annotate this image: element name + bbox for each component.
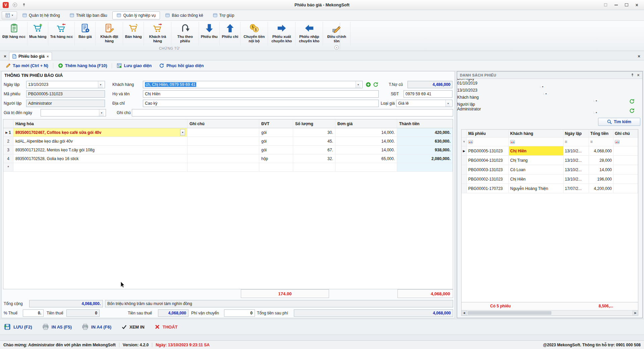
pin-panel-button[interactable] [631,73,634,77]
maximize-button[interactable] [622,2,631,8]
ghi-chu-cell[interactable] [613,165,638,174]
ribbon-button-phieu-chi[interactable]: Phiếu chi [220,22,240,46]
refresh-customer-filter-button[interactable] [629,98,635,104]
minimize-button[interactable] [611,2,621,8]
unit-cell[interactable]: gói [259,137,293,145]
ribbon-button-thu-theo-phieu[interactable]: Thu theo phiếu [171,22,199,46]
chevron-down-icon[interactable]: ▼ [99,109,104,116]
ribbon-button-dieu-chinh-ton[interactable]: Điều chỉnh tồn [323,22,351,46]
product-cell[interactable]: kdAL, Alpenlibe kẹo dâu gói 40v [13,137,187,145]
close-window-button[interactable]: × [632,2,641,8]
chevron-down-icon[interactable]: ▼ [180,129,185,136]
luu-button[interactable]: LƯU (F2) [4,323,32,330]
unit-price-cell[interactable]: 14,000. [335,146,397,154]
column-header-so-luong[interactable]: Số lượng [293,119,335,128]
ma-phieu-cell[interactable]: PBG00005-131023 [467,146,509,155]
quantity-cell[interactable]: 32. [293,154,335,163]
ma-phieu-cell[interactable]: PBG00003-131023 [467,165,509,174]
item-row[interactable]: 3 8935001712022, Mentos kẹo T.cây gói 10… [3,146,453,154]
tong-tien-cell[interactable]: 4,200,000 [589,184,613,193]
column-header-thanh-tien[interactable]: Thành tiền [397,119,453,128]
khach-hang-cell[interactable]: Cô Loan [509,165,564,174]
xem-in-button[interactable]: XEM IN [121,324,145,330]
unit-price-cell[interactable]: 14,000. [335,128,397,137]
ma-phieu-cell[interactable]: PBG00001-170723 [467,184,509,193]
scroll-left-button[interactable]: ◀ [462,310,467,315]
quantity-cell[interactable]: 45. [293,137,335,145]
menu-launcher-button[interactable]: ▼ [2,11,17,19]
unit-cell[interactable]: gói [259,128,293,137]
column-header-ma-phieu[interactable]: Mã phiếu [467,130,509,137]
luu-giao-dien-button[interactable]: Lưu giao diện [114,62,155,69]
doc-tab-phieu-bao-gia[interactable]: Phiếu báo giá × [9,52,52,60]
column-header-khach-hang[interactable]: Khách hàng [509,130,564,137]
close-tab-icon[interactable]: × [47,54,49,58]
ribbon-button-dat-hang-ncc[interactable]: Đặt hàng ncc [1,22,28,46]
unit-cell[interactable]: hộp [259,154,293,163]
in-a4-button[interactable]: IN A4 (F6) [82,323,111,330]
menu-tab-quan-ly-nghiep-vu[interactable]: Quản lý nghiệp vụ [112,11,160,19]
ribbon-button-phieu-xuat-chuyen-kho[interactable]: Phiếu xuất chuyển kho [268,22,296,46]
khach-hang-cell[interactable]: Chị Hiền [509,146,564,155]
ghi-chu-cell[interactable] [613,156,638,165]
ribbon-button-chuyen-tien-noi-bo[interactable]: $$ Chuyển tiền nội bộ [240,22,268,46]
menu-tab-tro-giup[interactable]: Trợ giúp [209,11,239,19]
filter-cell-khach-hang[interactable]: ab [509,138,564,146]
phuc-hoi-giao-dien-button[interactable]: Phục hồi giao diện [156,62,207,69]
chevron-down-icon[interactable]: ▼ [98,81,103,88]
menu-tab-quan-tri-he-thong[interactable]: Quản trị hệ thống [18,11,64,19]
amount-cell[interactable]: 2,080,000. [397,154,453,163]
scrollbar-thumb[interactable] [468,311,551,315]
scroll-right-button[interactable]: ▶ [633,310,638,315]
ngay-lap-cell[interactable]: 13/10/2... [564,156,589,165]
quote-row[interactable]: ▶ PBG00005-131023 Chị Hiền 13/10/2... 4,… [462,146,638,156]
ma-phieu-cell[interactable]: PBG00002-131023 [467,174,509,184]
den-ngay-field[interactable]: 13/10/2023 ▼ [457,88,548,95]
ribbon-button-bao-gia[interactable]: Báo giá [75,22,96,46]
thoat-button[interactable]: THOÁT [155,324,178,330]
rp-khach-hang-field[interactable]: ▼ [457,100,599,102]
close-panel-button[interactable]: × [637,73,640,77]
phi-van-chuyen-field[interactable]: 0 [224,309,255,317]
ribbon-collapse-button[interactable]: ∧ [334,45,339,50]
ribbon-button-phieu-nhap-chuyen-kho[interactable]: Phiếu nhập chuyển kho [296,22,323,46]
tong-tien-cell[interactable]: 4,068,000 [589,146,613,155]
amount-cell[interactable]: 938,000. [397,146,453,154]
amount-cell[interactable]: 420,000. [397,128,453,137]
product-cell[interactable] [13,163,187,171]
khach-hang-cell[interactable]: Chị Hiền [509,174,564,184]
unit-cell[interactable]: gói [259,146,293,154]
quote-row[interactable]: PBG00003-131023 Cô Loan 13/10/2... 14,00… [462,165,638,174]
quote-row[interactable]: PBG00004-131023 Chị Trang 13/10/2... 28,… [462,156,638,165]
close-all-tabs-button[interactable]: × [1,52,9,60]
unit-price-cell[interactable] [335,163,397,171]
amount-cell[interactable]: 630,000. [397,137,453,145]
tong-tien-cell[interactable]: 14,000 [589,165,613,174]
new-item-row[interactable]: * [3,163,453,172]
note-cell[interactable] [187,163,259,171]
tao-moi-button[interactable]: Tạo mới (Ctrl + N) [3,62,51,69]
refresh-customer-button[interactable] [373,82,379,88]
unit-price-cell[interactable]: 14,000. [335,137,397,145]
tong-tien-cell[interactable]: 28,000 [589,156,613,165]
note-cell[interactable] [187,128,259,137]
them-hang-hoa-button[interactable]: Thêm hàng hóa (F10) [55,62,110,69]
add-customer-button[interactable] [365,82,371,88]
quote-row[interactable]: PBG00002-131023 Chị Hiền 13/10/2... 196,… [462,174,638,184]
column-header-dvt[interactable]: ĐVT [259,119,293,128]
ma-phieu-cell[interactable]: PBG00004-131023 [467,156,509,165]
khach-hang-field[interactable]: ch, Chị Hiền, 0979 59 69 41 ▼ [143,81,363,88]
unit-cell[interactable] [259,163,293,171]
in-a5-button[interactable]: IN A5 (F5) [42,323,72,330]
amount-cell[interactable] [397,163,453,171]
ngay-lap-cell[interactable]: 13/10/2... [564,146,589,155]
tong-tien-cell[interactable]: 196,000 [589,174,613,184]
chevron-down-icon[interactable]: ▼ [543,93,548,95]
ngay-lap-cell[interactable]: 17/07/2... [564,184,589,193]
ngay-lap-field[interactable]: 13/10/2023 ▼ [26,81,105,88]
ribbon-button-phieu-thu[interactable]: Phiếu thu [199,22,220,46]
column-header-don-gia[interactable]: Đơn giá [335,119,397,128]
unit-price-cell[interactable]: 65,000. [335,154,397,163]
ribbon-button-mua-hang[interactable]: Mua hàng [28,22,48,46]
quick-access-dropdown-button[interactable]: ▼ [12,2,18,8]
